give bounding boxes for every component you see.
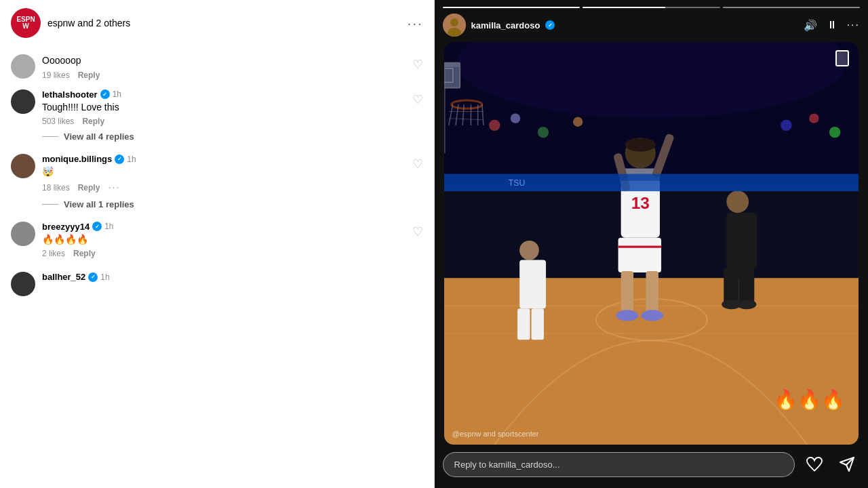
fire-emojis: 🔥🔥🔥 bbox=[774, 388, 845, 411]
svg-rect-38 bbox=[738, 268, 754, 303]
comment-text: Oooooop bbox=[42, 54, 423, 68]
svg-point-47 bbox=[510, 113, 519, 123]
more-options-icon[interactable]: ··· bbox=[847, 19, 860, 31]
svg-point-46 bbox=[489, 120, 500, 131]
comment-time: 1h bbox=[127, 155, 136, 164]
reply-button[interactable]: Reply bbox=[73, 249, 96, 258]
svg-point-50 bbox=[781, 120, 791, 131]
svg-rect-44 bbox=[531, 308, 543, 340]
replies-line bbox=[42, 136, 58, 137]
story-controls: 🔊 ⏸ ··· bbox=[804, 19, 860, 32]
post-author-area: ESPNW espnw and 2 others bbox=[11, 8, 130, 38]
view-replies-row[interactable]: View all 4 replies bbox=[42, 131, 423, 142]
author-name: espnw bbox=[47, 18, 75, 28]
story-footer: Reply to kamilla_cardoso... bbox=[435, 445, 868, 488]
svg-point-1 bbox=[450, 18, 458, 26]
svg-rect-36 bbox=[726, 213, 757, 268]
like-count: 19 likes bbox=[42, 70, 70, 80]
pause-icon[interactable]: ⏸ bbox=[827, 19, 837, 31]
svg-rect-32 bbox=[646, 271, 658, 312]
comment-text: 🔥🔥🔥🔥 bbox=[42, 233, 423, 247]
comments-panel: ESPNW espnw and 2 others ··· Oooooop 19 … bbox=[0, 0, 434, 488]
comment-text: 🤯 bbox=[42, 165, 423, 179]
svg-rect-37 bbox=[724, 268, 739, 303]
more-options-button[interactable]: ··· bbox=[408, 16, 423, 31]
verified-badge bbox=[100, 89, 110, 99]
story-progress-bars bbox=[435, 0, 868, 8]
svg-rect-45 bbox=[444, 42, 859, 181]
verified-badge bbox=[115, 155, 124, 164]
view-replies-label[interactable]: View all 1 replies bbox=[64, 199, 134, 209]
post-author-label: espnw and 2 others bbox=[47, 18, 130, 28]
svg-rect-53 bbox=[444, 174, 859, 192]
table-row: Oooooop 19 likes Reply ♡ bbox=[11, 47, 423, 83]
username-row: breezyyy14 1h bbox=[42, 222, 423, 232]
comment-body: ballher_52 1h bbox=[42, 272, 423, 283]
replies-line bbox=[42, 204, 58, 205]
comment-time: 1h bbox=[113, 89, 121, 99]
svg-point-33 bbox=[616, 310, 638, 321]
save-story-icon[interactable] bbox=[834, 50, 850, 66]
username-row: monique.billings 1h bbox=[42, 154, 423, 164]
espnw-avatar[interactable]: ESPNW bbox=[11, 8, 41, 38]
comment-username: lethalshooter bbox=[42, 89, 98, 100]
more-options-button[interactable]: ··· bbox=[108, 182, 120, 194]
comment-username: breezyyy14 bbox=[42, 222, 90, 232]
comment-actions: 19 likes Reply bbox=[42, 70, 423, 80]
comment-body: monique.billings 1h 🤯 18 likes Reply ··· bbox=[42, 154, 423, 194]
avatar bbox=[11, 222, 35, 246]
username-row: ballher_52 1h bbox=[42, 272, 423, 282]
story-image: 13 bbox=[444, 42, 859, 445]
svg-rect-43 bbox=[517, 308, 530, 340]
like-count: 503 likes bbox=[42, 117, 74, 126]
reply-button[interactable]: Reply bbox=[78, 70, 100, 80]
verified-badge bbox=[88, 272, 98, 282]
comment-username: monique.billings bbox=[42, 154, 112, 164]
reply-button[interactable]: Reply bbox=[82, 117, 104, 126]
svg-point-51 bbox=[809, 113, 818, 123]
espnw-logo-text: ESPNW bbox=[16, 16, 35, 30]
svg-point-40 bbox=[736, 300, 756, 309]
avatar bbox=[11, 89, 35, 114]
story-verified-badge bbox=[545, 20, 555, 30]
mute-icon[interactable]: 🔊 bbox=[804, 19, 817, 32]
table-row: monique.billings 1h 🤯 18 likes Reply ···… bbox=[11, 147, 423, 197]
comment-body: lethalshooter 1h Tough!!!! Love this 503… bbox=[42, 89, 423, 127]
svg-point-49 bbox=[573, 117, 583, 127]
comment-username: ballher_52 bbox=[42, 272, 85, 282]
story-reply-input[interactable]: Reply to kamilla_cardoso... bbox=[443, 452, 795, 477]
like-icon[interactable]: ♡ bbox=[412, 157, 423, 171]
svg-point-34 bbox=[641, 310, 663, 321]
reply-button[interactable]: Reply bbox=[78, 183, 100, 192]
story-panel: kamilla_cardoso 🔊 ⏸ ··· bbox=[435, 0, 868, 488]
comment-body: breezyyy14 1h 🔥🔥🔥🔥 2 likes Reply bbox=[42, 222, 423, 259]
svg-rect-55 bbox=[836, 51, 848, 66]
verified-badge bbox=[92, 222, 102, 231]
view-replies-label[interactable]: View all 4 replies bbox=[64, 131, 134, 142]
like-count: 18 likes bbox=[42, 183, 70, 192]
post-header: ESPNW espnw and 2 others ··· bbox=[11, 0, 423, 45]
comment-actions: 18 likes Reply ··· bbox=[42, 182, 423, 194]
comment-text: Tough!!!! Love this bbox=[42, 101, 423, 115]
story-avatar[interactable] bbox=[443, 14, 466, 37]
like-count: 2 likes bbox=[42, 249, 65, 258]
like-story-button[interactable] bbox=[802, 451, 827, 477]
comment-body: Oooooop 19 likes Reply bbox=[42, 54, 423, 80]
send-story-button[interactable] bbox=[834, 451, 860, 477]
table-row: ballher_52 1h bbox=[11, 261, 423, 299]
like-icon[interactable]: ♡ bbox=[412, 92, 423, 107]
svg-rect-29 bbox=[618, 238, 660, 272]
svg-point-41 bbox=[519, 241, 539, 260]
table-row: lethalshooter 1h Tough!!!! Love this 503… bbox=[11, 83, 423, 129]
story-username: kamilla_cardoso bbox=[471, 20, 540, 30]
like-icon[interactable]: ♡ bbox=[412, 57, 423, 72]
svg-text:TSU: TSU bbox=[508, 178, 525, 188]
avatar bbox=[11, 154, 35, 178]
view-replies-row[interactable]: View all 1 replies bbox=[42, 199, 423, 209]
comment-actions: 2 likes Reply bbox=[42, 249, 423, 258]
username-row: lethalshooter 1h bbox=[42, 89, 423, 100]
watermark-text: @espnw and sportscenter bbox=[452, 430, 539, 438]
like-icon[interactable]: ♡ bbox=[412, 224, 423, 239]
svg-point-48 bbox=[537, 127, 548, 138]
comment-actions: 503 likes Reply bbox=[42, 117, 423, 126]
